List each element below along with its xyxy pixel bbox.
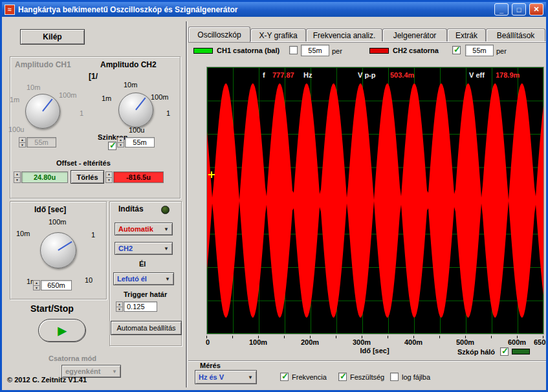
spinner-up-icon[interactable]: ▲ [14,172,20,178]
log-file-checkbox[interactable] [390,373,399,381]
ch1-scale-1m: 1m [10,96,19,103]
time-scale-100m: 100m [49,218,67,226]
ch2-offset-spinner[interactable]: ▲▼ [105,171,113,183]
trigger-threshold-value[interactable]: 0.125 [124,301,157,312]
x-axis-label: Idő [sec] [360,347,389,354]
ch2-scale-value[interactable]: 55m [465,45,494,56]
trigger-threshold-spinner[interactable]: ▲▼ [116,301,123,312]
ch2-knob-needle [135,98,146,111]
scope-grid-checkbox[interactable]: ✓ [500,347,509,356]
spinner-down-icon[interactable]: ▼ [116,307,122,312]
frequency-checkbox[interactable]: ✓ [280,373,289,381]
time-spinner[interactable]: ▲▼ [33,280,40,290]
ch2-enable-checkbox[interactable]: ✓ [452,46,461,54]
check-icon: ✓ [340,371,347,381]
spinner-down-icon[interactable]: ▼ [118,143,124,147]
tab-extras[interactable]: Extrák [447,28,486,42]
auto-setup-button[interactable]: Automata beállítás [111,321,182,335]
trigger-source-value: CH2 [118,245,133,252]
start-stop-button[interactable]: ▶ [38,319,86,342]
offset-clear-button[interactable]: Törlés [71,170,104,184]
chevron-down-icon: ▼ [164,246,169,252]
x-tick-300m: 300m [353,338,371,346]
ch2-offset-value[interactable]: -816.5u [113,171,164,183]
grid-color-swatch [512,349,530,354]
vpp-readout-label: V p-p [358,71,376,79]
ch1-offset-spinner[interactable]: ▲▼ [14,171,21,183]
spinner-up-icon[interactable]: ▲ [106,172,112,178]
measure-label: Mérés [200,362,221,369]
amplitude-ch2-knob[interactable] [118,93,153,127]
measure-mode-value: Hz és V [199,373,224,381]
ch1-amplitude-value: 55m [27,137,56,147]
spinner-up-icon[interactable]: ▲ [34,281,39,286]
waveform-plot[interactable] [207,67,543,334]
ch1-scale-1: 1 [80,109,83,117]
freq-readout-value: 777.87 [272,71,294,79]
channel-mode-label: Csatorna mód [49,354,96,362]
ch2-scale-1: 1 [166,109,170,117]
trigger-edge-dropdown[interactable]: Lefutó él▼ [113,272,174,285]
time-value[interactable]: 650m [41,280,72,290]
log-file-label: log fájlba [402,373,430,381]
oscilloscope-display[interactable]: f 777.87 Hz V p-p 503.4m V eff 178.9m [206,67,544,334]
amplitude-ch1-title: Amplitudo CH1 [15,60,71,69]
trigger-led [161,206,170,214]
ch2-channel-label: CH2 csatorna [393,47,439,54]
bottom-divider [188,360,546,361]
measure-mode-dropdown[interactable]: Hz és V▼ [195,370,257,384]
vpp-readout-value: 503.4m [390,71,414,79]
ch2-amplitude-spinner[interactable]: ▲▼ [117,137,124,147]
time-scale-10m: 10m [16,230,30,237]
spinner-up-icon[interactable]: ▲ [118,138,124,143]
x-tick-400m: 400m [404,338,422,346]
spinner-up-icon[interactable]: ▲ [116,302,122,307]
ch1-enable-checkbox[interactable] [289,46,298,54]
ch2-scale-100m: 100m [151,93,169,101]
tab-oscilloscope[interactable]: Oscilloszkóp [188,27,250,42]
spinner-down-icon[interactable]: ▼ [34,286,39,290]
ch1-unit-label: per [332,47,342,55]
ch1-amplitude-spinner[interactable]: ▲▼ [19,137,26,147]
frequency-label: Frekvencia [292,373,327,381]
trigger-edge-value: Lefutó él [117,275,147,283]
minimize-button[interactable]: _ [494,3,509,16]
close-button[interactable]: ✕ [529,3,543,16]
check-icon: ✓ [281,371,289,381]
tab-frequency-analysis[interactable]: Frekvencia analiz. [306,28,382,42]
scope-grid-label: Szkóp háló [457,348,495,356]
trigger-mode-value: Automatik [118,225,153,233]
channel-mode-value: egyenként [65,367,100,375]
tab-signal-generator[interactable]: Jelgenerátor [382,28,447,42]
check-icon: ✓ [501,346,509,356]
amplitude-ch1-knob[interactable] [25,94,60,129]
time-scale-1: 1 [91,231,95,239]
check-icon: ✓ [454,45,461,54]
check-icon: ✓ [109,140,116,150]
ch1-color-swatch [193,48,213,54]
tab-settings[interactable]: Beállítások [486,28,545,42]
trigger-source-dropdown[interactable]: CH2▼ [115,242,173,255]
sync-checkbox[interactable]: ✓ [108,142,116,150]
trigger-mode-dropdown[interactable]: Automatik▼ [115,223,173,235]
ch2-scale-1m: 1m [102,94,111,102]
ch2-amplitude-value[interactable]: 55m [125,137,155,147]
play-icon: ▶ [58,325,66,336]
spinner-down-icon[interactable]: ▼ [106,178,112,183]
spinner-down-icon[interactable]: ▼ [14,178,20,183]
tab-xy-graph[interactable]: X-Y grafika [250,28,306,42]
time-knob[interactable] [40,232,76,268]
maximize-button[interactable]: □ [512,3,526,16]
x-tick-200m: 200m [301,338,319,346]
voltage-checkbox[interactable]: ✓ [338,373,347,381]
ch1-scale-value[interactable]: 55m [301,45,329,56]
veff-readout-label: V eff [469,71,485,79]
title-bar[interactable]: ≈ Hangkártya be/kimenetű Oszcilloszkóp é… [2,2,546,17]
voltage-label: Feszültség [350,373,384,381]
trigger-title: Indítás [118,204,144,213]
ch1-offset-value[interactable]: 24.80u [21,171,68,183]
spinner-up-icon[interactable]: ▲ [19,138,25,143]
x-tick-600m: 600m [508,338,526,346]
spinner-down-icon[interactable]: ▼ [19,143,25,147]
exit-button[interactable]: Kilép [20,29,85,45]
